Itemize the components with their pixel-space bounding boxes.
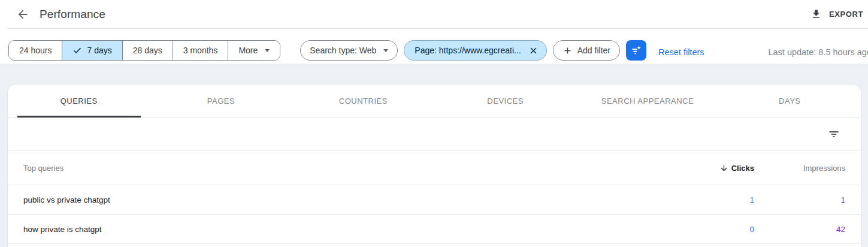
date-range-label: More: [238, 46, 258, 55]
impressions-cell: 1: [754, 195, 845, 204]
tab-queries[interactable]: QUERIES: [8, 85, 150, 118]
tab-days[interactable]: DAYS: [719, 85, 861, 118]
back-arrow-icon: [16, 8, 29, 21]
table-toolbar: [8, 118, 861, 151]
top-bar: Performance EXPORT: [0, 0, 868, 28]
table-row[interactable]: public vs private chatgpt 1 1: [8, 185, 861, 215]
filter-bar: 24 hours 7 days 28 days 3 months More Se…: [0, 29, 868, 64]
date-range-group: 24 hours 7 days 28 days 3 months More: [8, 40, 280, 61]
table-header-row: Top queries Clicks Impressions: [8, 151, 861, 185]
performance-card: QUERIES PAGES COUNTRIES DEVICES SEARCH A…: [7, 84, 861, 247]
page-filter-chip[interactable]: Page: https://www.egcreati...: [404, 40, 546, 61]
query-cell: public vs private chatgpt: [23, 195, 688, 204]
filter-sparkle-icon: [630, 44, 642, 56]
search-type-label: Search type: Web: [310, 46, 376, 55]
plus-icon: [562, 46, 573, 56]
query-cell: how private is chatgpt: [23, 225, 688, 234]
date-range-7-days[interactable]: 7 days: [62, 41, 122, 60]
chevron-down-icon: [383, 49, 388, 52]
add-filter-label: Add filter: [577, 46, 610, 55]
sort-descending-icon: [719, 164, 728, 173]
export-button[interactable]: EXPORT: [809, 5, 864, 23]
chevron-down-icon: [265, 49, 270, 52]
back-button[interactable]: [12, 4, 34, 25]
column-header-clicks[interactable]: Clicks: [688, 164, 754, 173]
tab-devices[interactable]: DEVICES: [434, 85, 576, 118]
reset-filters-link[interactable]: Reset filters: [658, 42, 704, 62]
date-range-label: 3 months: [183, 46, 218, 55]
column-header-top-queries[interactable]: Top queries: [23, 164, 688, 173]
clicks-header-label: Clicks: [731, 164, 754, 173]
page-title: Performance: [40, 8, 105, 21]
date-range-label: 7 days: [87, 46, 111, 55]
close-icon[interactable]: [528, 46, 539, 56]
date-range-label: 24 hours: [19, 46, 52, 55]
date-range-3-months[interactable]: 3 months: [173, 41, 229, 60]
filter-settings-button[interactable]: [626, 40, 646, 61]
clicks-cell: 0: [688, 225, 754, 234]
table-row[interactable]: how private is chatgpt 0 42: [8, 215, 861, 244]
page-background: QUERIES PAGES COUNTRIES DEVICES SEARCH A…: [0, 64, 868, 247]
column-header-impressions[interactable]: Impressions: [754, 164, 845, 173]
date-range-28-days[interactable]: 28 days: [123, 41, 173, 60]
page-filter-label: Page: https://www.egcreati...: [415, 46, 521, 55]
filter-list-icon: [828, 128, 840, 140]
tab-countries[interactable]: COUNTRIES: [292, 85, 434, 118]
add-filter-button[interactable]: Add filter: [553, 40, 620, 61]
dimension-tabs: QUERIES PAGES COUNTRIES DEVICES SEARCH A…: [8, 85, 861, 118]
last-update-text: Last update: 8.5 hours ago: [768, 42, 868, 62]
impressions-cell: 42: [754, 225, 845, 234]
date-range-24-hours[interactable]: 24 hours: [9, 41, 62, 60]
download-icon: [810, 8, 822, 20]
date-range-label: 28 days: [133, 46, 162, 55]
export-label: EXPORT: [829, 10, 863, 19]
tab-pages[interactable]: PAGES: [150, 85, 292, 118]
search-type-dropdown[interactable]: Search type: Web: [300, 40, 398, 61]
tab-search-appearance[interactable]: SEARCH APPEARANCE: [576, 85, 718, 118]
check-icon: [72, 46, 82, 55]
table-filter-button[interactable]: [823, 123, 845, 145]
clicks-cell: 1: [688, 195, 754, 204]
date-range-more-dropdown[interactable]: More: [228, 41, 280, 60]
